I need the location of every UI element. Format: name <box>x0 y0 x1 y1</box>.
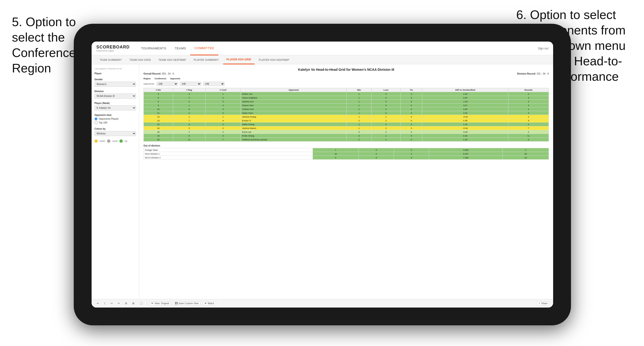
td-cell: 0 <box>401 104 422 107</box>
clock-btn[interactable]: 🕐 <box>138 301 144 305</box>
td-cell: 1 <box>371 115 400 119</box>
sidebar-player-rank-label: Player (Rank) <box>94 102 136 105</box>
view-icon: 👁 <box>151 302 154 305</box>
table-row: 1966Emily Chang4100.3011 <box>144 134 549 138</box>
td-cell: 6 <box>144 100 173 104</box>
undo-btn[interactable]: ↩ <box>96 301 100 305</box>
view-original-label: View: Original <box>154 302 169 305</box>
sub-nav-team-h2h-heatmap[interactable]: TEAM H2H HEATMAP <box>155 55 189 64</box>
conference-filter-select[interactable]: (All) <box>180 82 201 86</box>
td-cell: 1.25 <box>422 123 508 126</box>
share-btn[interactable]: ↗ Share <box>537 301 549 305</box>
td-cell: 2 <box>205 96 241 100</box>
td-cell: 8 <box>173 123 206 126</box>
sidebar-opponent-view-label: Opponent view <box>94 114 136 116</box>
sign-out-link[interactable]: Sign out <box>538 47 548 50</box>
sub-nav-player-summary[interactable]: PLAYER SUMMARY <box>190 55 222 64</box>
td-cell: 11 <box>508 134 549 138</box>
save-custom-view-btn[interactable]: 💾 Save Custom View <box>173 301 200 305</box>
ood-cell: 30 <box>503 152 549 156</box>
td-cell: 3 <box>144 92 173 96</box>
radio-top100[interactable]: Top 100 <box>94 121 136 124</box>
table-row: 331Esther Lee1001.504 <box>144 92 549 96</box>
ood-cell: 5 <box>312 156 359 160</box>
td-cell: 20 <box>144 138 173 142</box>
table-header-row: # Div # Reg # Conf Opponent Win Loss Tie… <box>144 88 549 92</box>
sub-nav-team-summary[interactable]: TEAM SUMMARY <box>96 55 125 64</box>
sub-nav-player-h2h-heatmap[interactable]: PLAYER H2H HEATMAP <box>256 55 292 64</box>
td-cell: 2 <box>346 138 372 142</box>
region-filter-select[interactable]: (All) <box>156 82 178 86</box>
th-diff: Diff Av Strokes/Rnd <box>422 88 508 92</box>
td-cell: 3.67 <box>422 104 508 107</box>
legend-label-level: Level <box>112 140 118 142</box>
td-cell: 4 <box>508 92 549 96</box>
save-icon: 💾 <box>175 302 178 305</box>
gender-select[interactable]: Women's <box>94 82 136 87</box>
td-cell: 0 <box>401 100 422 104</box>
radio-input-opponents-played[interactable] <box>94 117 98 120</box>
sidebar-division-label: Division <box>94 90 136 93</box>
nav-item-teams[interactable]: TEAMS <box>170 41 190 55</box>
td-cell: 0 <box>401 119 422 123</box>
table-row: 20117Federica Domecq Lacroze2101.336 <box>144 138 549 142</box>
td-cell: 4 <box>508 107 549 111</box>
ood-cell: 0 <box>394 152 429 156</box>
sidebar-gender-label: Gender <box>94 78 136 81</box>
watch-btn[interactable]: 👁 Watch <box>203 301 216 305</box>
td-cell: 9 <box>144 104 173 107</box>
td-cell: -5.00 <box>422 130 508 134</box>
td-cell: 1 <box>205 92 241 96</box>
td-cell: 6 <box>173 134 206 138</box>
redo-btn[interactable]: ↪ <box>109 301 114 305</box>
ood-name: NCAA Division 2 <box>144 156 313 160</box>
overall-record: Overall Record: 353 - 34 - 6 <box>144 72 174 75</box>
td-opponent: Heejo Hyun <box>241 111 346 115</box>
ood-cell: 0 <box>359 156 394 160</box>
opponents-label-row: Opponents: (All) (All) (All) <box>144 82 224 86</box>
division-select[interactable]: NCAA Division III <box>94 94 136 99</box>
colour-by-select[interactable]: Win/loss <box>94 131 136 136</box>
radio-opponents-played[interactable]: Opponents Played <box>94 117 136 120</box>
copy-btn[interactable]: ⧉ <box>124 301 128 305</box>
td-cell: 0 <box>401 130 422 134</box>
td-cell: 11 <box>173 138 206 142</box>
td-cell: 1 <box>346 104 372 107</box>
td-cell: 2 <box>173 96 206 100</box>
td-cell: 19 <box>144 134 173 138</box>
grid-records: Overall Record: 353 - 34 - 6 Division Re… <box>144 72 549 75</box>
td-cell: -3.00 <box>422 115 508 119</box>
td-cell: 1 <box>346 100 372 104</box>
th-reg: # Reg <box>173 88 206 92</box>
nav-item-tournaments[interactable]: TOURNAMENTS <box>137 41 170 55</box>
sub-nav-team-h2h-grid[interactable]: TEAM H2H GRID <box>126 55 154 64</box>
td-cell: 1 <box>205 115 241 119</box>
td-opponent: Jessica Mason <box>241 126 346 130</box>
td-cell: 0 <box>401 134 422 138</box>
td-cell: 0 <box>371 96 400 100</box>
nav-item-committee[interactable]: COMMITTEE <box>190 41 219 55</box>
sidebar-colour-label: Colour by <box>94 128 136 130</box>
sub-nav: TEAM SUMMARY TEAM H2H GRID TEAM H2H HEAT… <box>92 55 553 64</box>
th-loss: Loss <box>371 88 400 92</box>
opponent-filter-select[interactable]: (All) <box>203 82 224 86</box>
td-cell: 0 <box>401 92 422 96</box>
main-content: Last Updated: 27/03/2024 16:34 Player Ge… <box>92 64 553 299</box>
sidebar-radio-group: Opponents Played Top 100 <box>94 117 136 124</box>
td-cell: 1 <box>346 92 372 96</box>
share-icon: ↗ <box>538 302 540 305</box>
td-opponent: Emily Chang <box>241 134 346 138</box>
view-original-btn[interactable]: 👁 View: Original <box>150 301 171 305</box>
td-cell: 3 <box>173 126 206 130</box>
td-cell: 3 <box>205 100 241 104</box>
cut-btn[interactable]: ✂ <box>116 301 121 305</box>
paste-btn[interactable]: ⊞ <box>131 301 136 305</box>
td-cell: 3 <box>508 104 549 107</box>
td-cell: 1 <box>346 111 372 115</box>
td-cell: 6 <box>205 134 241 138</box>
player-rank-select[interactable]: 8. Katelyn Vo <box>94 105 136 110</box>
radio-input-top100[interactable] <box>94 121 98 124</box>
td-cell: 0 <box>346 130 372 134</box>
step-back-btn[interactable]: ⟨ <box>103 301 106 305</box>
sub-nav-player-h2h-grid[interactable]: PLAYER H2H GRID <box>223 55 254 64</box>
